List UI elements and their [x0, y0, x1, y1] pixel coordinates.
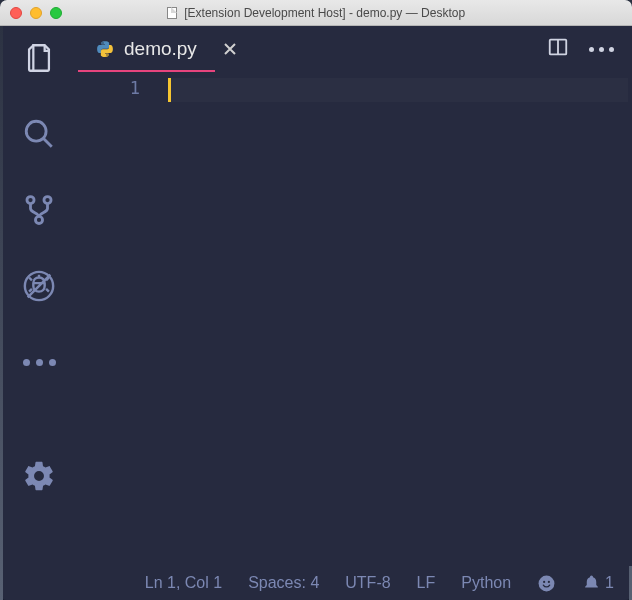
editor-body[interactable]: 1: [78, 72, 632, 566]
search-icon[interactable]: [19, 114, 59, 154]
gutter: 1: [78, 72, 168, 566]
status-indentation[interactable]: Spaces: 4: [248, 574, 319, 592]
code-area[interactable]: [168, 72, 632, 566]
status-eol[interactable]: LF: [417, 574, 436, 592]
window-minimize-button[interactable]: [30, 7, 42, 19]
tab-bar: demo.py: [78, 26, 632, 72]
svg-point-1: [27, 197, 34, 204]
explorer-icon[interactable]: [19, 38, 59, 78]
svg-point-2: [44, 197, 51, 204]
status-bar: Ln 1, Col 1 Spaces: 4 UTF-8 LF Python 1: [0, 566, 632, 600]
line-number-1: 1: [78, 78, 140, 98]
svg-point-7: [543, 580, 545, 582]
macos-titlebar: [Extension Development Host] - demo.py —…: [0, 0, 632, 26]
settings-gear-icon[interactable]: [19, 456, 59, 496]
file-icon: [167, 7, 177, 19]
window-close-button[interactable]: [10, 7, 22, 19]
text-cursor: [168, 78, 171, 102]
status-encoding[interactable]: UTF-8: [345, 574, 390, 592]
additional-views-icon[interactable]: [19, 342, 59, 382]
notifications-bell-icon[interactable]: 1: [582, 574, 614, 593]
status-language-mode[interactable]: Python: [461, 574, 511, 592]
svg-point-3: [35, 216, 42, 223]
python-file-icon: [96, 40, 114, 58]
activity-bar: [0, 26, 78, 566]
svg-point-0: [26, 121, 46, 141]
svg-point-6: [539, 575, 555, 591]
window-zoom-button[interactable]: [50, 7, 62, 19]
debug-icon[interactable]: [19, 266, 59, 306]
notifications-count: 1: [605, 574, 614, 592]
status-cursor-position[interactable]: Ln 1, Col 1: [145, 574, 222, 592]
split-editor-icon[interactable]: [547, 36, 569, 62]
current-line-highlight: [168, 78, 628, 102]
window-title: [Extension Development Host] - demo.py —…: [184, 6, 465, 20]
tab-demo-py[interactable]: demo.py: [78, 26, 215, 72]
more-actions-icon[interactable]: [589, 47, 614, 52]
source-control-icon[interactable]: [19, 190, 59, 230]
close-tab-icon[interactable]: [215, 26, 245, 72]
tab-filename: demo.py: [124, 38, 197, 60]
svg-point-8: [548, 580, 550, 582]
feedback-smiley-icon[interactable]: [537, 574, 556, 593]
